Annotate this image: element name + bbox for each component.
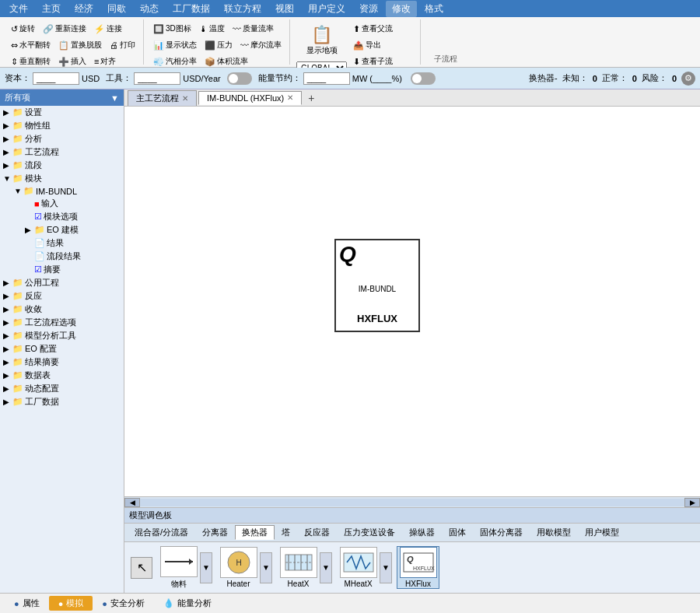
tree-item-properties[interactable]: ▶ 📁 物性组 [0,119,124,132]
tree-item-input[interactable]: ■ 输入 [0,197,124,210]
palette-tab-solid[interactable]: 固体 [442,525,473,540]
palette-item-heater[interactable]: H Heater [217,547,260,588]
btn-vol-flow[interactable]: 📦 体积流率 [201,54,251,69]
tab-im-bundl-close[interactable]: ✕ [287,93,293,102]
energy-value[interactable]: ____ [303,72,350,85]
tree-item-streams[interactable]: ▶ 📁 流段 [0,159,124,172]
menu-dynamic[interactable]: 动态 [134,1,165,17]
btn-vflip[interactable]: ⇕ 垂直翻转 [8,54,54,69]
menu-user-def[interactable]: 用户定义 [302,1,352,17]
tree-item-module-options[interactable]: ☑ 模块选项 [0,210,124,223]
palette-item-hxflux[interactable]: Q HXFLUX HXFlux [397,546,439,589]
palette-tab-manipulator[interactable]: 操纵器 [402,525,442,540]
nav-properties[interactable]: ● 属性 [5,596,49,611]
cost-item: 资本： ____ USD [5,72,100,85]
btn-molar-flow[interactable]: 〰 摩尔流率 [237,37,285,53]
material-expand[interactable]: ▼ [200,552,212,583]
palette-tab-solid-sep[interactable]: 固体分离器 [473,525,530,540]
heatx-expand[interactable]: ▼ [320,552,332,583]
btn-print[interactable]: 🖨 打印 [107,37,138,53]
menu-batch[interactable]: 同歇 [101,1,132,17]
tab-main-flow[interactable]: 主工艺流程 ✕ [128,90,197,106]
menu-plant-data[interactable]: 工厂数据 [166,1,216,17]
btn-vapor-frac[interactable]: 💨 汽相分率 [150,54,200,69]
tree-item-analysis[interactable]: ▶ 📁 分析 [0,132,124,145]
tree-item-results-summary[interactable]: ▶ 📁 结果摘要 [0,356,124,369]
btn-insert[interactable]: ➕ 插入 [55,54,89,69]
palette-tab-column[interactable]: 塔 [275,525,297,540]
tree-item-im-bundl[interactable]: ▼ 📁 IM-BUNDL [0,185,124,197]
tree-item-eo-config[interactable]: ▶ 📁 EO 配置 [0,342,124,356]
menu-format[interactable]: 格式 [418,1,450,17]
btn-view-parent[interactable]: ⬆ 查看父流 [350,21,415,37]
btn-restock[interactable]: 📋 置换脱股 [55,37,105,53]
palette-item-heatx[interactable]: HeatX [277,547,320,588]
tree-item-workflow[interactable]: ▶ 📁 工艺流程 [0,145,124,159]
toggle2[interactable] [411,72,436,85]
palette-cursor[interactable]: ↖ [131,557,152,579]
cost-value[interactable]: ____ [33,72,79,85]
btn-align[interactable]: ≡ 对齐 [91,54,119,69]
module-im-bundl[interactable]: Q IM-BUNDL HXFLUX [334,239,420,332]
palette-tab-user[interactable]: 用户模型 [578,525,626,540]
heater-expand[interactable]: ▼ [260,552,272,583]
tree-item-reactions[interactable]: ▶ 📁 反应 [0,289,124,303]
tab-im-bundl[interactable]: IM-BUNDL (HXFlux) ✕ [198,91,302,105]
tab-main-close[interactable]: ✕ [182,94,188,103]
btn-pressure[interactable]: ⬛ 压力 [201,37,236,53]
tree-item-results[interactable]: 📄 结果 [0,236,124,250]
menu-file[interactable]: 文件 [3,1,34,17]
palette-tab-reactor[interactable]: 反应器 [297,525,337,540]
palette-tab-separator[interactable]: 分离器 [195,525,235,540]
tree-item-convergence[interactable]: ▶ 📁 收敛 [0,303,124,316]
mheatx-expand[interactable]: ▼ [380,552,392,583]
btn-mass-flow[interactable]: 〰 质量流率 [229,21,277,37]
tab-add-button[interactable]: + [303,90,319,106]
canvas-hscroll[interactable]: ◀ ▶ [124,496,700,507]
btn-connect[interactable]: ⚡ 连接 [91,21,125,37]
scroll-right[interactable]: ▶ [684,498,700,507]
btn-3d[interactable]: 🔲 3D图标 [150,21,194,37]
menu-view[interactable]: 视图 [269,1,300,17]
btn-temperature[interactable]: 🌡 温度 [196,21,228,37]
palette-item-material[interactable]: 物料 [157,546,200,590]
tree-item-stream-results[interactable]: 📄 流段结果 [0,250,124,263]
scroll-left[interactable]: ◀ [124,498,140,507]
btn-rotate[interactable]: ↺ 旋转 [8,21,38,37]
tree-item-flowsheet-options[interactable]: ▶ 📁 工艺流程选项 [0,316,124,329]
palette-tab-exchanger[interactable]: 换热器 [235,525,275,540]
btn-view-child[interactable]: ⬇ 查看子流 [350,54,415,69]
palette-item-mheatx[interactable]: MHeatX [337,547,380,588]
palette-tab-pressure[interactable]: 压力变送设备 [337,525,402,540]
btn-export[interactable]: 📤 导出 [350,37,415,53]
btn-reconnect[interactable]: 🔗 重新连接 [40,21,89,37]
tree-item-settings[interactable]: ▶ 📁 设置 [0,106,124,119]
tree-item-dynamic-config[interactable]: ▶ 📁 动态配置 [0,382,124,395]
sidebar-arrow[interactable]: ▼ [110,93,119,103]
nav-energy[interactable]: 💧 能量分析 [154,596,221,611]
btn-show-status[interactable]: 📊 显示状态 [150,37,200,53]
btn-show-items[interactable]: 📋 显示地项 [303,21,341,60]
canvas-area[interactable]: Q IM-BUNDL HXFLUX ◀ ▶ [124,107,700,507]
btn-hflip[interactable]: ⇔ 水平翻转 [8,37,54,53]
nav-safety[interactable]: ● 安全分析 [93,596,154,611]
menu-home[interactable]: 主页 [36,1,67,17]
tool-value[interactable]: ____ [134,72,180,85]
nav-simulation[interactable]: ● 模拟 [49,596,93,611]
menu-equations[interactable]: 联立方程 [218,1,268,17]
palette-tab-batch[interactable]: 用歇模型 [530,525,578,540]
tree-item-eo-build[interactable]: ▶ 📁 EO 建模 [0,223,124,236]
palette-tab-mixer[interactable]: 混合器/分流器 [128,525,195,540]
tree-item-model-analysis[interactable]: ▶ 📁 模型分析工具 [0,329,124,342]
menu-modify[interactable]: 修改 [386,1,417,17]
menu-economy[interactable]: 经济 [68,1,100,17]
tree-item-modules[interactable]: ▼ 📁 模块 [0,172,124,185]
settings-icon[interactable]: ⚙ [681,72,695,86]
menu-resources[interactable]: 资源 [353,1,384,17]
tree-item-utilities[interactable]: ▶ 📁 公用工程 [0,276,124,289]
tree-item-data-tables[interactable]: ▶ 📁 数据表 [0,369,124,382]
tree-item-plant-data[interactable]: ▶ 📁 工厂数据 [0,395,124,408]
tree-item-summary[interactable]: ☑ 摘要 [0,263,124,276]
tool-item: 工具： ____ USD/Year [106,72,221,85]
toggle1[interactable] [227,72,252,85]
